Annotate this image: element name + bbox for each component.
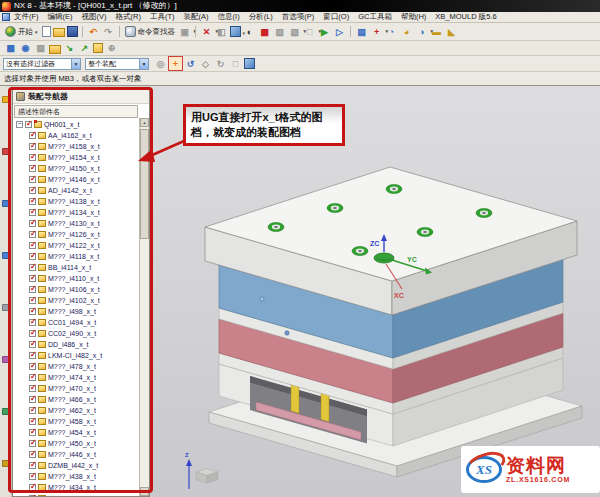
- checkbox-icon[interactable]: [29, 407, 36, 414]
- resource-bar[interactable]: [0, 86, 12, 497]
- checkbox-icon[interactable]: [29, 220, 36, 227]
- checkbox-icon[interactable]: [29, 308, 36, 315]
- tree-item[interactable]: M???_i454_x_t: [13, 427, 139, 438]
- tree-item[interactable]: M???_i4110_x_t: [13, 273, 139, 284]
- tree-item[interactable]: BB_i4114_x_t: [13, 262, 139, 273]
- checkbox-icon[interactable]: [29, 429, 36, 436]
- checkbox-icon[interactable]: [29, 484, 36, 491]
- checkbox-icon[interactable]: [29, 198, 36, 205]
- tree-item[interactable]: M???_i4154_x_t: [13, 152, 139, 163]
- tree-item[interactable]: AD_i4142_x_t: [13, 185, 139, 196]
- checkbox-icon[interactable]: [29, 154, 36, 161]
- part-name: LKM-CI_i482_x_t: [48, 352, 102, 359]
- tree-item[interactable]: M???_i470_x_t: [13, 383, 139, 394]
- tree-item[interactable]: LKM-CI_i482_x_t: [13, 350, 139, 361]
- checkbox-icon[interactable]: [25, 121, 32, 128]
- resource-bar-icon[interactable]: [2, 148, 9, 155]
- part-name: CC02_i490_x_t: [48, 330, 96, 337]
- tree-item[interactable]: M???_i4138_x_t: [13, 196, 139, 207]
- scroll-down-icon[interactable]: ▼: [140, 487, 149, 496]
- hole-marker: [260, 297, 264, 301]
- tree-item[interactable]: AA_i4162_x_t: [13, 130, 139, 141]
- tree-item[interactable]: M???_i4102_x_t: [13, 295, 139, 306]
- collapse-icon[interactable]: [16, 121, 23, 128]
- tree-item[interactable]: M???_i4150_x_t: [13, 163, 139, 174]
- tree-item[interactable]: M???_i478_x_t: [13, 361, 139, 372]
- checkbox-icon[interactable]: [29, 473, 36, 480]
- checkbox-icon[interactable]: [29, 352, 36, 359]
- scrollbar-thumb[interactable]: [140, 129, 149, 239]
- scroll-up-icon[interactable]: ▲: [140, 118, 149, 127]
- tree-item[interactable]: M???_i438_x_t: [13, 471, 139, 482]
- checkbox-icon[interactable]: [29, 451, 36, 458]
- resource-bar-icon[interactable]: [2, 200, 9, 207]
- tree-item[interactable]: M???_i450_x_t: [13, 438, 139, 449]
- checkbox-icon[interactable]: [29, 253, 36, 260]
- tree-item[interactable]: DZMB_i442_x_t: [13, 460, 139, 471]
- tree-item[interactable]: CC01_i494_x_t: [13, 317, 139, 328]
- assembly-navigator-header[interactable]: 装配导航器: [13, 89, 149, 104]
- tree-item[interactable]: M???_i446_x_t: [13, 449, 139, 460]
- resource-bar-icon[interactable]: [2, 252, 9, 259]
- tree-item[interactable]: CC02_i490_x_t: [13, 328, 139, 339]
- checkbox-icon[interactable]: [29, 132, 36, 139]
- checkbox-icon[interactable]: [29, 319, 36, 326]
- checkbox-icon[interactable]: [29, 462, 36, 469]
- resource-bar-icon[interactable]: [2, 356, 9, 363]
- checkbox-icon[interactable]: [29, 176, 36, 183]
- navigator-scrollbar[interactable]: ▲ ▼: [139, 118, 149, 496]
- checkbox-icon[interactable]: [29, 330, 36, 337]
- resource-bar-icon[interactable]: [2, 408, 9, 415]
- tree-item[interactable]: M???_i4134_x_t: [13, 207, 139, 218]
- tree-item[interactable]: M???_i4118_x_t: [13, 251, 139, 262]
- checkbox-icon[interactable]: [29, 374, 36, 381]
- checkbox-icon[interactable]: [29, 385, 36, 392]
- checkbox-icon[interactable]: [29, 363, 36, 370]
- checkbox-icon[interactable]: [29, 242, 36, 249]
- watermark-logo-text: XS: [476, 462, 492, 478]
- part-name: AD_i4142_x_t: [48, 187, 92, 194]
- resource-bar-icon[interactable]: [2, 96, 9, 103]
- checkbox-icon[interactable]: [29, 231, 36, 238]
- resource-bar-icon[interactable]: [2, 304, 9, 311]
- checkbox-icon[interactable]: [29, 209, 36, 216]
- checkbox-icon[interactable]: [29, 264, 36, 271]
- tree-item[interactable]: M???_i434_x_t: [13, 482, 139, 493]
- part-name: M???_i470_x_t: [48, 385, 96, 392]
- resource-bar-icon[interactable]: [2, 460, 9, 467]
- tree-item[interactable]: M???_i4158_x_t: [13, 141, 139, 152]
- part-icon: [38, 231, 46, 238]
- checkbox-icon[interactable]: [29, 396, 36, 403]
- checkbox-icon[interactable]: [29, 440, 36, 447]
- checkbox-icon[interactable]: [29, 495, 36, 496]
- tree-item[interactable]: M???_i4130_x_t: [13, 218, 139, 229]
- checkbox-icon[interactable]: [29, 418, 36, 425]
- tree-item[interactable]: M???_i4146_x_t: [13, 174, 139, 185]
- tree-item[interactable]: M???_i466_x_t: [13, 394, 139, 405]
- tree-root-item[interactable]: QH001_x_t: [13, 119, 139, 130]
- tree-item[interactable]: M???_i4126_x_t: [13, 229, 139, 240]
- part-icon: [38, 407, 46, 414]
- tree-item[interactable]: M???_i458_x_t: [13, 416, 139, 427]
- checkbox-icon[interactable]: [29, 341, 36, 348]
- column-header-part-name[interactable]: 描述性部件名: [14, 105, 138, 118]
- checkbox-icon[interactable]: [29, 143, 36, 150]
- tree-item[interactable]: M???_i430_x_t: [13, 493, 139, 496]
- checkbox-icon[interactable]: [29, 165, 36, 172]
- checkbox-icon[interactable]: [29, 286, 36, 293]
- tree-item[interactable]: M???_i4122_x_t: [13, 240, 139, 251]
- checkbox-icon[interactable]: [29, 297, 36, 304]
- part-icon: [38, 187, 46, 194]
- checkbox-icon[interactable]: [29, 187, 36, 194]
- wcs-origin[interactable]: [374, 253, 394, 263]
- tree-item[interactable]: DD_i486_x_t: [13, 339, 139, 350]
- part-icon: [38, 209, 46, 216]
- tree-item[interactable]: M???_i4106_x_t: [13, 284, 139, 295]
- part-name: M???_i474_x_t: [48, 374, 96, 381]
- part-icon: [38, 264, 46, 271]
- checkbox-icon[interactable]: [29, 275, 36, 282]
- assembly-navigator-title: 装配导航器: [28, 91, 68, 102]
- tree-item[interactable]: M???_i474_x_t: [13, 372, 139, 383]
- tree-item[interactable]: M???_i462_x_t: [13, 405, 139, 416]
- tree-item[interactable]: M???_i498_x_t: [13, 306, 139, 317]
